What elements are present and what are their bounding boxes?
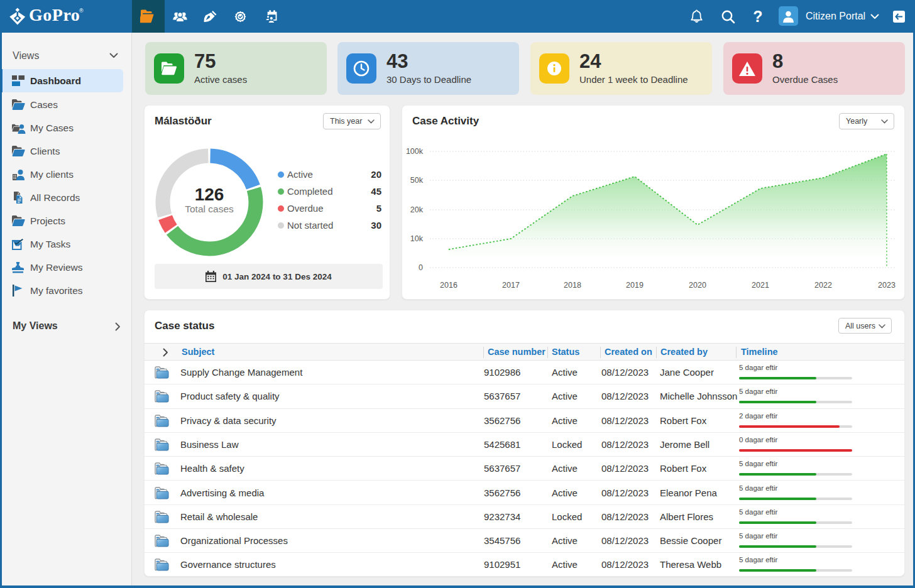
- svg-text:2022: 2022: [814, 281, 832, 290]
- svg-text:2020: 2020: [689, 281, 706, 290]
- svg-text:0: 0: [419, 263, 423, 272]
- svg-text:10k: 10k: [410, 234, 424, 243]
- svg-text:2018: 2018: [564, 281, 581, 290]
- svg-text:20k: 20k: [410, 205, 424, 214]
- svg-text:2019: 2019: [626, 281, 644, 290]
- svg-text:2016: 2016: [440, 281, 458, 290]
- svg-text:100k: 100k: [406, 147, 424, 156]
- svg-text:2017: 2017: [502, 281, 520, 290]
- svg-text:50k: 50k: [410, 176, 424, 185]
- svg-text:2023: 2023: [878, 281, 896, 290]
- svg-text:2021: 2021: [752, 281, 769, 290]
